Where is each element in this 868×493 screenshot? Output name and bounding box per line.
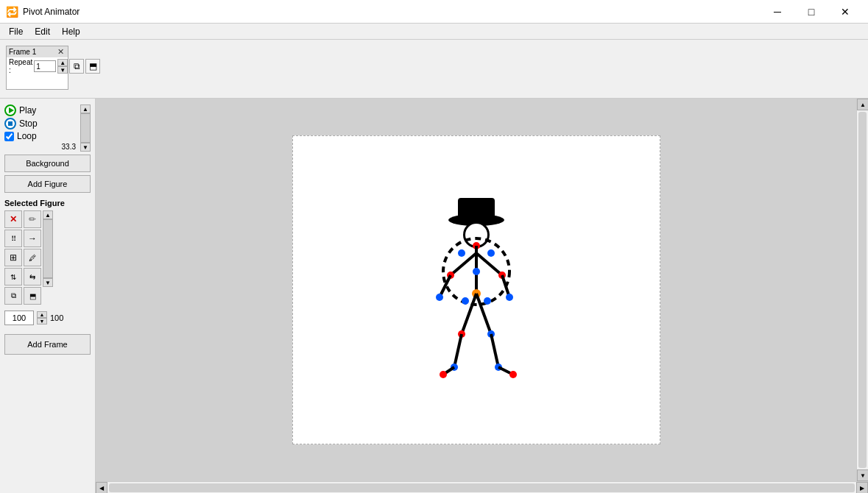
app-icon: 🔁: [6, 6, 18, 18]
minimize-button[interactable]: ─: [761, 0, 794, 24]
delete-figure-button[interactable]: ✕: [4, 210, 22, 228]
loop-label: Loop: [17, 131, 37, 141]
svg-point-7: [458, 249, 465, 257]
svg-point-8: [487, 249, 495, 257]
stick-figure[interactable]: [417, 180, 535, 400]
fps-value: 33.3: [62, 143, 76, 151]
stop-icon: [8, 121, 13, 126]
repeat-label: Repeat :: [9, 58, 32, 74]
loop-row: Loop: [4, 131, 79, 141]
eyedrop-button[interactable]: 🖉: [24, 249, 41, 266]
size-up-button[interactable]: ▲: [37, 311, 47, 318]
frame-label: Frame 1 ✕: [7, 46, 68, 57]
size-max-label: 100: [50, 313, 63, 322]
canvas-scroll-area[interactable]: [96, 99, 856, 481]
size-input[interactable]: [4, 311, 34, 325]
arrow-button[interactable]: →: [24, 230, 41, 247]
figure-scroll-down[interactable]: ▼: [43, 278, 53, 287]
size-spinner: ▲ ▼: [37, 311, 47, 324]
selected-figure-label: Selected Figure: [4, 199, 91, 208]
frame-repeat-row: Repeat : 1 ▲ ▼ ⧉ ⬒: [7, 57, 68, 75]
hscroll-thumb[interactable]: [109, 483, 855, 492]
paste-figure-button[interactable]: ⬒: [24, 287, 41, 305]
svg-point-31: [509, 371, 517, 378]
repeat-down-button[interactable]: ▼: [57, 66, 68, 74]
menu-help[interactable]: Help: [56, 25, 86, 38]
svg-rect-1: [458, 198, 495, 221]
titlebar-left: 🔁 Pivot Animator: [6, 6, 80, 18]
canvas-wrapper: ▲ ▼ ◀ ▶: [96, 99, 868, 493]
play-row: Play: [4, 104, 79, 116]
frame-strip: Frame 1 ✕ Repeat : 1 ▲ ▼ ⧉ ⬒: [0, 40, 868, 99]
vertical-scrollbar[interactable]: ▲ ▼: [856, 99, 868, 481]
svg-point-12: [436, 294, 443, 301]
frame-copy-button[interactable]: ⧉: [69, 59, 84, 74]
play-button[interactable]: [4, 104, 16, 116]
loop-checkbox[interactable]: [4, 132, 14, 141]
svg-line-9: [451, 253, 476, 275]
svg-point-18: [462, 297, 469, 305]
frame-paste-button[interactable]: ⬒: [85, 59, 100, 74]
playback-scroll-down[interactable]: ▼: [80, 143, 91, 152]
size-down-button[interactable]: ▼: [37, 318, 47, 324]
svg-line-28: [491, 334, 498, 367]
fps-display: 33.3: [4, 143, 79, 151]
svg-point-16: [506, 294, 513, 301]
svg-point-32: [473, 268, 480, 275]
horizontal-scrollbar[interactable]: ◀ ▶: [96, 481, 868, 493]
frame-1-thumbnail: Frame 1 ✕ Repeat : 1 ▲ ▼ ⧉ ⬒: [6, 46, 68, 90]
background-button[interactable]: Background: [4, 155, 91, 172]
multi-figure-button[interactable]: ⠿: [4, 230, 22, 247]
add-frame-button[interactable]: Add Frame: [4, 334, 91, 355]
edit-figure-button[interactable]: ✏: [24, 210, 41, 228]
drawing-canvas[interactable]: [292, 135, 660, 444]
maximize-button[interactable]: □: [794, 0, 828, 24]
vscroll-up-button[interactable]: ▲: [857, 99, 868, 110]
left-panel: Play Stop Loop: [0, 99, 96, 493]
size-section: ▲ ▼ 100: [4, 311, 91, 325]
menu-edit[interactable]: Edit: [29, 25, 56, 38]
vscroll-down-button[interactable]: ▼: [857, 469, 868, 481]
menu-file[interactable]: File: [3, 25, 29, 38]
app-title: Pivot Animator: [23, 7, 80, 17]
titlebar-controls: ─ □ ✕: [761, 0, 862, 24]
svg-line-13: [476, 253, 502, 275]
stop-row: Stop: [4, 118, 79, 130]
hscroll-right-button[interactable]: ▶: [856, 482, 868, 493]
svg-line-22: [454, 334, 462, 367]
flip-vert-button[interactable]: ⇅: [4, 268, 22, 285]
grid-button[interactable]: ⊞: [4, 249, 22, 266]
canvas-inner: ▲ ▼: [96, 99, 868, 481]
repeat-value: 1: [34, 60, 56, 72]
figure-scroll-up[interactable]: ▲: [43, 210, 53, 219]
flip-horiz-button[interactable]: ⇆: [24, 268, 41, 285]
add-figure-button[interactable]: Add Figure: [4, 175, 91, 193]
frame-close-button[interactable]: ✕: [56, 47, 66, 57]
hscroll-left-button[interactable]: ◀: [96, 482, 107, 493]
play-icon: [9, 107, 14, 113]
svg-point-25: [440, 371, 447, 378]
close-button[interactable]: ✕: [828, 0, 862, 24]
stop-button[interactable]: [4, 118, 16, 130]
stop-label: Stop: [19, 118, 38, 129]
content: Play Stop Loop: [0, 99, 868, 493]
main: Frame 1 ✕ Repeat : 1 ▲ ▼ ⧉ ⬒: [0, 40, 868, 493]
repeat-number: 1: [36, 63, 40, 71]
playback-section: Play Stop Loop: [4, 104, 91, 152]
copy-figure-button[interactable]: ⧉: [4, 287, 22, 305]
titlebar: 🔁 Pivot Animator ─ □ ✕: [0, 0, 868, 24]
repeat-up-button[interactable]: ▲: [57, 59, 68, 66]
repeat-spinner: ▲ ▼: [57, 59, 68, 74]
frame-title: Frame 1: [9, 48, 36, 56]
vscroll-thumb[interactable]: [858, 112, 867, 468]
menubar: File Edit Help: [0, 24, 868, 40]
play-label: Play: [19, 105, 36, 116]
svg-point-19: [484, 297, 491, 305]
playback-scroll-up[interactable]: ▲: [80, 104, 91, 113]
